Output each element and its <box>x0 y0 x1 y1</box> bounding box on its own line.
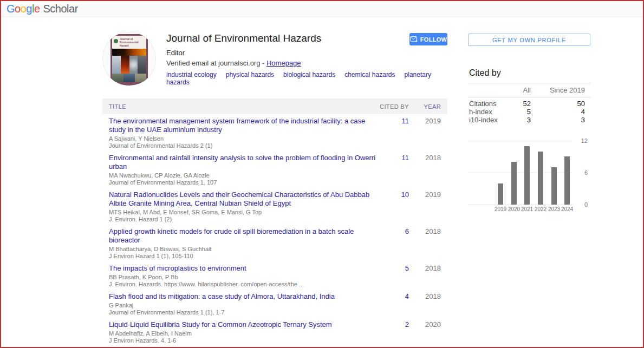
profile-tag-link[interactable]: industrial ecology <box>166 71 217 78</box>
article-row: Flash flood and its mitigation: a case s… <box>102 290 447 318</box>
chart-y-tick: 6 <box>571 169 588 176</box>
profile-avatar[interactable]: Journal of Environmental Hazard <box>102 32 156 86</box>
stats-col-all: All <box>504 86 531 94</box>
cover-strip-landscape <box>112 74 146 82</box>
cover-cell-volcano <box>121 56 129 74</box>
google-scholar-profile-page: { "topbar": { "logo_letters": [ {"t": "G… <box>0 0 644 348</box>
cover-strip-hazards <box>112 56 146 74</box>
profile-role: Editor <box>166 49 447 57</box>
article-cited-count-link[interactable]: 11 <box>380 154 409 186</box>
citation-stats-table: All Since 2019 Citations5250h-index54i10… <box>468 83 590 124</box>
article-main-cell: Applied growth kinetic models for crude … <box>109 227 380 259</box>
profile-tag-link[interactable]: chemical hazards <box>344 71 395 78</box>
article-year: 2020 <box>409 320 441 344</box>
citation-stat-row: i10-index33 <box>469 116 585 124</box>
article-venue: Journal of Environmental Hazards 1 (1), … <box>109 309 380 316</box>
article-title-link[interactable]: Natural Radionuclides Levels and their G… <box>109 191 380 208</box>
scholar-logo-text: Scholar <box>43 3 78 15</box>
stat-value-since: 4 <box>531 108 585 116</box>
column-header-year[interactable]: YEAR <box>409 103 441 110</box>
publications-table-header: TITLE CITED BY YEAR <box>102 99 447 114</box>
chart-gridline <box>468 205 572 205</box>
get-my-own-profile-button[interactable]: GET MY OWN PROFILE <box>468 34 590 46</box>
article-authors: M Abdelhafiz, A Elbeih, I Naeim <box>109 330 380 337</box>
chart-x-label: 2021 <box>519 206 535 212</box>
article-year: 2019 <box>409 117 441 149</box>
article-cited-count-link[interactable]: 11 <box>380 117 409 149</box>
logo-letter: o <box>15 3 21 15</box>
article-row: Applied growth kinetic models for crude … <box>102 225 447 261</box>
chart-bar-2024[interactable] <box>564 156 570 205</box>
article-year: 2018 <box>409 154 441 186</box>
article-venue: J. Environ. Hazard 1 (2) <box>109 216 380 222</box>
envelope-plus-icon <box>410 36 418 42</box>
stats-header-spacer <box>469 86 504 94</box>
article-main-cell: Flash flood and its mitigation: a case s… <box>109 292 380 316</box>
chart-x-label: 2022 <box>533 206 548 212</box>
chart-bar-2022[interactable] <box>538 152 543 205</box>
column-header-title[interactable]: TITLE <box>102 103 380 110</box>
article-authors: A Sajwani, Y Nielsen <box>109 135 380 142</box>
article-title-link[interactable]: The impacts of microplastics to environm… <box>109 264 380 273</box>
profile-header: Journal of Environmental Hazard Jou <box>102 32 447 86</box>
cover-cell-storm <box>129 56 138 74</box>
profile-verified-line: Verified email at journalsci.org - Homep… <box>166 59 447 67</box>
citation-stat-row: h-index54 <box>469 108 585 116</box>
chart-bar-2020[interactable] <box>511 162 517 205</box>
google-scholar-logo[interactable]: Google Scholar <box>6 3 78 15</box>
chart-y-tick: 0 <box>571 201 588 208</box>
profile-tag-link[interactable]: physical hazards <box>226 71 274 78</box>
column-header-cited-by[interactable]: CITED BY <box>380 103 409 110</box>
article-authors: MTS Heikal, M Abd, E Monsef, SR Goma, E … <box>109 209 380 215</box>
logo-letter: o <box>21 3 27 15</box>
citation-stats-header: All Since 2019 <box>468 83 590 97</box>
article-cited-count-link[interactable]: 4 <box>380 292 409 316</box>
stat-label-link[interactable]: i10-index <box>469 116 504 124</box>
chart-bar-2021[interactable] <box>524 146 530 205</box>
cover-cell-terrain <box>135 74 146 82</box>
topbar: Google Scholar <box>1 1 643 17</box>
chart-bar-2023[interactable] <box>551 167 557 205</box>
article-main-cell: Environmental and rainfall intensity ana… <box>109 154 380 186</box>
article-main-cell: The environmental management system fram… <box>109 117 380 149</box>
cover-cell-field <box>112 74 123 82</box>
chart-gridline <box>468 141 572 141</box>
article-title-link[interactable]: Flash flood and its mitigation: a case s… <box>109 292 380 301</box>
article-cited-count-link[interactable]: 2 <box>380 320 409 344</box>
article-venue: J Environ Hazard 1 (1), 105-110 <box>109 253 380 259</box>
follow-button-label: FOLLOW <box>420 36 447 43</box>
article-row: Environmental and rainfall intensity ana… <box>102 151 447 188</box>
article-year: 2018 <box>409 292 441 316</box>
stat-value-all: 52 <box>504 100 531 108</box>
article-cited-count-link[interactable]: 6 <box>380 227 409 259</box>
article-cited-count-link[interactable]: 10 <box>380 191 409 222</box>
article-year: 2019 <box>409 191 441 222</box>
cover-strip-fire <box>112 49 146 56</box>
logo-letter: g <box>26 3 32 15</box>
cited-by-heading: Cited by <box>469 68 590 78</box>
article-title-link[interactable]: The environmental management system fram… <box>109 117 380 134</box>
stat-label-link[interactable]: Citations <box>469 100 504 108</box>
chart-bar-2019[interactable] <box>498 183 503 205</box>
article-title-link[interactable]: Environmental and rainfall intensity ana… <box>109 154 380 171</box>
follow-button[interactable]: FOLLOW <box>409 33 447 45</box>
article-row: The environmental management system fram… <box>102 114 447 151</box>
article-title-link[interactable]: Liquid-Liquid Equilibria Study for a Com… <box>109 320 380 329</box>
verified-email-text: Verified email at journalsci.org - <box>166 59 266 67</box>
stat-value-all: 3 <box>504 116 531 124</box>
profile-tag-link[interactable]: biological hazards <box>283 71 335 78</box>
article-title-link[interactable]: Applied growth kinetic models for crude … <box>109 227 380 245</box>
citations-per-year-chart: 201920202021202220232024 1260 <box>468 141 590 213</box>
article-row: Occupational Exposure to Hand-arm Vibrat… <box>102 346 447 348</box>
journal-cover-title-line2: Environmental Hazard <box>120 41 145 47</box>
profile-tags: industrial ecologyphysical hazardsbiolog… <box>166 71 447 86</box>
profile-info: Journal of Environmental Hazards Editor … <box>166 32 447 86</box>
citation-stats-rows: Citations5250h-index54i10-index33 <box>468 97 590 124</box>
publications-rows: The environmental management system fram… <box>102 114 447 348</box>
stat-label-link[interactable]: h-index <box>469 108 504 116</box>
article-cited-count-link[interactable]: 5 <box>380 264 409 287</box>
stats-col-since: Since 2019 <box>531 86 585 94</box>
stat-value-since: 3 <box>531 116 585 124</box>
chart-x-label: 2019 <box>493 206 508 212</box>
homepage-link[interactable]: Homepage <box>266 59 301 67</box>
